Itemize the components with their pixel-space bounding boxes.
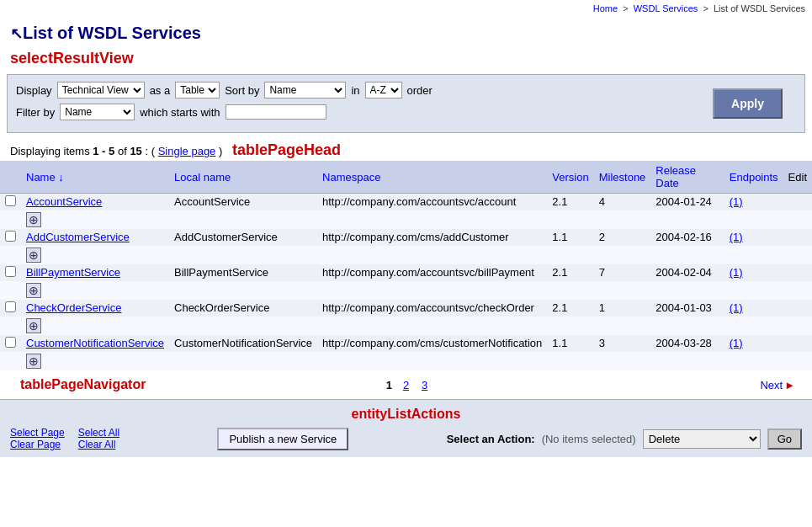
row-milestone: 7 (594, 264, 651, 281)
displaying-text: Displaying items (10, 145, 90, 157)
single-page-link[interactable]: Single page (158, 145, 216, 157)
row-local-name: CheckOrderService (169, 300, 317, 317)
row-namespace: http://company.com/cms/addCustomer (317, 229, 547, 246)
row-endpoints: (1) (724, 229, 783, 246)
row-expand-cell: ⊕ (21, 246, 812, 264)
view-type-select[interactable]: Table List (175, 82, 220, 98)
clear-all-link[interactable]: Clear All (78, 439, 116, 450)
row-namespace: http://company.com/accountsvc/checkOrder (317, 300, 547, 317)
expand-icon[interactable]: ⊕ (26, 248, 41, 263)
expand-icon[interactable]: ⊕ (26, 283, 41, 298)
breadcrumb-home[interactable]: Home (593, 3, 618, 13)
row-edit (783, 335, 812, 352)
table-row-icon: ⊕ (0, 281, 812, 300)
row-icon-cell (0, 352, 21, 370)
service-name-link[interactable]: CustomerNotificationService (26, 337, 164, 349)
cursor-icon: ↖ (10, 24, 23, 43)
of-text: of (118, 145, 130, 157)
order-select[interactable]: A-Z Z-A (365, 82, 402, 98)
clear-page-link[interactable]: Clear Page (10, 439, 61, 450)
page-title-container: ↖ List of WSDL Services (0, 17, 812, 46)
next-arrow-icon: ► (784, 379, 795, 391)
endpoints-link[interactable]: (1) (730, 337, 743, 349)
select-clear-page-group: Select Page Clear Page (10, 427, 65, 450)
entity-list-actions-title: entityListActions (10, 407, 802, 422)
row-edit (783, 300, 812, 317)
table-row: CustomerNotificationService CustomerNoti… (0, 335, 812, 352)
row-checkbox[interactable] (5, 337, 16, 348)
row-milestone: 4 (594, 194, 651, 211)
endpoints-link[interactable]: (1) (730, 301, 743, 314)
col-milestone: Milestone (594, 161, 651, 194)
col-namespace-link[interactable]: Namespace (322, 171, 380, 184)
row-checkbox[interactable] (5, 301, 16, 312)
select-result-view-label: selectResultView (0, 46, 812, 71)
col-release-date: Release Date (650, 161, 724, 194)
select-all-link[interactable]: Select All (78, 427, 119, 439)
row-checkbox[interactable] (5, 231, 16, 242)
table-row-icon: ⊕ (0, 246, 812, 264)
col-release-date-link[interactable]: Release Date (655, 164, 696, 189)
row-endpoints: (1) (724, 264, 783, 281)
row-checkbox[interactable] (5, 195, 16, 206)
row-checkbox-cell (0, 229, 21, 246)
row-endpoints: (1) (724, 300, 783, 317)
breadcrumb-wsdl-services[interactable]: WSDL Services (634, 3, 698, 13)
filter-panel: Display Technical View Business View as … (7, 74, 805, 133)
row-checkbox-cell (0, 264, 21, 281)
service-name-link[interactable]: AddCustomerService (26, 231, 130, 243)
row-endpoints: (1) (724, 194, 783, 211)
endpoints-link[interactable]: (1) (730, 195, 743, 208)
table-row: BillPaymentService BillPaymentService ht… (0, 264, 812, 281)
expand-icon[interactable]: ⊕ (26, 212, 41, 227)
endpoints-link[interactable]: (1) (730, 266, 743, 279)
range-bold: 1 - 5 (93, 145, 114, 157)
row-milestone: 2 (594, 229, 651, 246)
col-edit: Edit (783, 161, 812, 194)
page-navigator: tablePageNavigator 1 2 3 Next ► (0, 370, 812, 399)
row-expand-cell: ⊕ (21, 352, 812, 370)
table-page-head-label: tablePageHead (232, 141, 341, 158)
row-expand-cell: ⊕ (21, 317, 812, 335)
endpoints-link[interactable]: (1) (730, 231, 743, 243)
starts-with-input[interactable] (226, 104, 326, 120)
table-row: AddCustomerService AddCustomerService ht… (0, 229, 812, 246)
page-navigator-label: tablePageNavigator (10, 377, 279, 392)
apply-button[interactable]: Apply (713, 88, 783, 119)
col-name-link[interactable]: Name ↓ (26, 171, 64, 184)
row-endpoints: (1) (724, 335, 783, 352)
publish-new-service-button[interactable]: Publish a new Service (217, 428, 348, 450)
sort-by-select[interactable]: Name Version Release Date Milestone (264, 82, 346, 98)
col-endpoints-link[interactable]: Endpoints (730, 171, 778, 184)
col-version-link[interactable]: Version (552, 171, 588, 184)
service-name-link[interactable]: CheckOrderService (26, 301, 121, 314)
page-2-link[interactable]: 2 (403, 379, 409, 391)
service-name-link[interactable]: AccountService (26, 195, 102, 208)
row-checkbox-cell (0, 335, 21, 352)
action-select[interactable]: Delete (643, 429, 761, 449)
expand-icon[interactable]: ⊕ (26, 318, 41, 333)
row-local-name: CustomerNotificationService (169, 335, 317, 352)
row-checkbox[interactable] (5, 266, 16, 277)
row-icon-cell (0, 210, 21, 229)
table-row-icon: ⊕ (0, 210, 812, 229)
col-version: Version (547, 161, 593, 194)
table-row: CheckOrderService CheckOrderService http… (0, 300, 812, 317)
col-milestone-link[interactable]: Milestone (599, 171, 646, 184)
select-page-link[interactable]: Select Page (10, 427, 65, 439)
row-edit (783, 229, 812, 246)
page-3-link[interactable]: 3 (422, 379, 427, 391)
row-version: 2.1 (547, 264, 593, 281)
breadcrumb: Home > WSDL Services > List of WSDL Serv… (0, 0, 812, 17)
actions-left: Select Page Clear Page Select All Clear … (10, 427, 119, 450)
total-bold: 15 (130, 145, 141, 157)
next-link[interactable]: Next ► (760, 379, 795, 391)
service-name-link[interactable]: BillPaymentService (26, 266, 120, 279)
display-select[interactable]: Technical View Business View (57, 82, 145, 98)
row-name: CheckOrderService (21, 300, 169, 317)
actions-center: Publish a new Service (217, 428, 348, 450)
col-local-name-link[interactable]: Local name (174, 171, 231, 184)
go-button[interactable]: Go (767, 429, 802, 450)
filter-by-select[interactable]: Name Namespace Version (60, 104, 135, 120)
expand-icon[interactable]: ⊕ (26, 354, 41, 369)
